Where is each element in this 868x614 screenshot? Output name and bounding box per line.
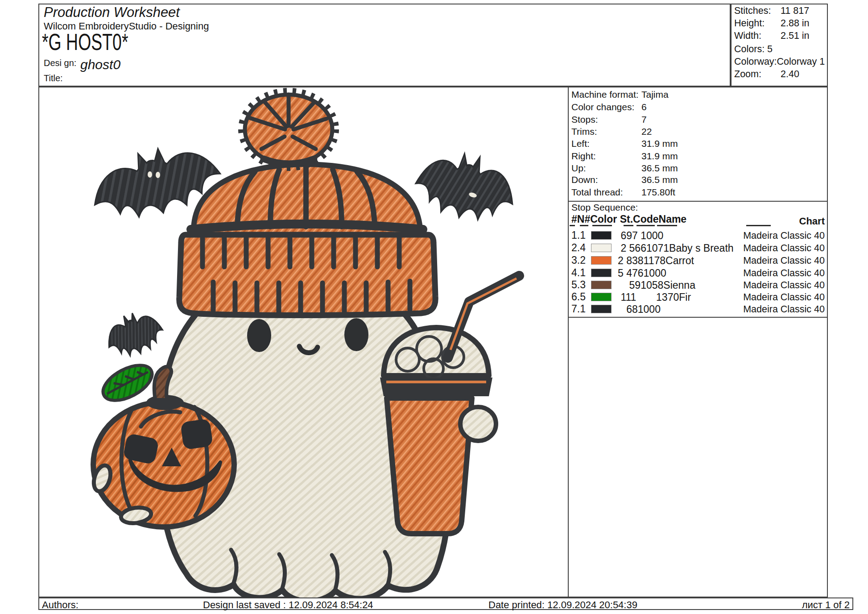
up-value: 36.5 mm (641, 163, 678, 174)
beanie-hat (179, 91, 435, 315)
trims-label: Trims: (571, 126, 597, 137)
column-rule (657, 225, 677, 226)
stop-row-number: 7.1 (571, 303, 586, 315)
height-value: 2.88 in (781, 18, 810, 29)
ghost-eye (344, 318, 368, 351)
down-label: Down: (571, 174, 598, 185)
date-printed-text: Date printed: 12.09.2024 20:54:39 (488, 599, 637, 611)
design-name-value: ghost0 (80, 57, 120, 72)
stop-row-chart: Madeira Classic 40 (727, 230, 825, 241)
stop-row-number: 6.5 (571, 291, 586, 303)
zoom-label: Zoom: (734, 69, 761, 80)
stops-label: Stops: (571, 114, 598, 125)
design-panel-divider (568, 87, 569, 597)
column-rule (637, 225, 655, 226)
height-label: Height: (734, 18, 765, 29)
stop-row-chart: Madeira Classic 40 (727, 255, 825, 266)
cup-rim (380, 378, 492, 396)
thread-color-swatch (591, 269, 612, 277)
stop-row-code-name: 111 1370Fir (618, 291, 691, 303)
column-rule (570, 225, 575, 226)
machine-format-value: Tajima (641, 89, 669, 100)
total-thread-value: 175.80ft (641, 187, 675, 198)
stop-row-code-name: 697 1000 (618, 230, 663, 242)
stop-row-chart: Madeira Classic 40 (727, 268, 825, 279)
column-rule (624, 225, 633, 226)
stop-row-code-name: 591058Sienna (618, 279, 695, 291)
left-value: 31.9 mm (641, 138, 678, 149)
page-title: Production Worksheet (44, 4, 180, 21)
stop-sequence-header-left: #N#Color St.CodeName (571, 213, 686, 225)
right-value: 31.9 mm (641, 151, 678, 162)
stitches-value: 11 817 (781, 5, 809, 17)
thread-color-swatch (591, 231, 612, 240)
footer-frame (38, 597, 853, 610)
down-value: 36.5 mm (641, 174, 678, 185)
bat-eye (156, 172, 160, 178)
stop-sequence-top-rule (569, 201, 828, 202)
up-label: Up: (571, 163, 586, 174)
stop-row-number: 5.3 (571, 279, 586, 291)
column-rule (592, 225, 612, 226)
thread-color-swatch (591, 305, 612, 313)
production-worksheet-page: Production Worksheet Wilcom EmbroiderySt… (0, 0, 868, 614)
authors-label: Authors: (42, 599, 79, 611)
stop-row-code-name: 2 5661071Baby s Breath (618, 242, 734, 254)
stop-row-number: 4.1 (571, 267, 586, 279)
page-number: лист 1 of 2 (802, 599, 850, 611)
colorway-value: Colorway:Colorway 1 (734, 56, 825, 67)
color-changes-label: Color changes: (571, 102, 634, 112)
stop-row-code-name: 681000 (618, 303, 661, 315)
stitches-label: Stitches: (734, 5, 771, 17)
bat-small-left-icon (101, 306, 167, 362)
stop-row-chart: Madeira Classic 40 (727, 243, 825, 254)
total-thread-label: Total thread: (571, 187, 623, 198)
thread-color-swatch (591, 244, 612, 252)
stop-row-code-name: 2 8381178Carrot (618, 255, 694, 267)
ghost-embroidery-design (38, 87, 568, 597)
stops-value: 7 (641, 114, 647, 125)
design-canvas (38, 87, 568, 597)
width-value: 2.51 in (781, 30, 810, 41)
stop-row-number: 3.2 (571, 254, 586, 266)
design-name-display: *G HOST0* (42, 29, 128, 55)
colors-value: Colors: 5 (734, 44, 773, 55)
bat-top-right-icon (411, 145, 521, 228)
trims-value: 22 (641, 126, 652, 137)
design-label: Desi gn: (44, 58, 76, 68)
title-label: Title: (44, 73, 63, 83)
stop-row-chart: Madeira Classic 40 (727, 280, 825, 291)
stop-sequence-header-chart: Chart (727, 216, 825, 227)
width-label: Width: (734, 30, 761, 41)
right-label: Right: (571, 151, 596, 162)
thread-color-swatch (591, 281, 612, 289)
stop-row-number: 2.4 (571, 242, 586, 254)
stop-row-chart: Madeira Classic 40 (727, 292, 825, 303)
last-saved-text: Design last saved : 12.09.2024 8:54:24 (203, 599, 373, 611)
machine-format-label: Machine format: (571, 89, 639, 100)
stop-sequence-bottom-rule (569, 317, 828, 318)
ghost-eye (247, 319, 271, 352)
column-rule (580, 225, 588, 226)
color-changes-value: 6 (641, 102, 647, 112)
thread-color-swatch (591, 256, 612, 265)
pumpkin-eye (180, 419, 213, 450)
zoom-value: 2.40 (781, 69, 799, 80)
thread-color-swatch (591, 293, 612, 301)
stop-row-number: 1.1 (571, 229, 586, 241)
pom-pom (241, 91, 336, 168)
column-rule (746, 225, 771, 226)
cup-badge (460, 407, 496, 441)
stop-row-chart: Madeira Classic 40 (727, 304, 825, 315)
stop-sequence-title: Stop Sequence: (571, 202, 638, 213)
bat-eye (148, 171, 152, 178)
left-label: Left: (571, 138, 590, 149)
stop-row-code-name: 5 4761000 (618, 267, 666, 279)
